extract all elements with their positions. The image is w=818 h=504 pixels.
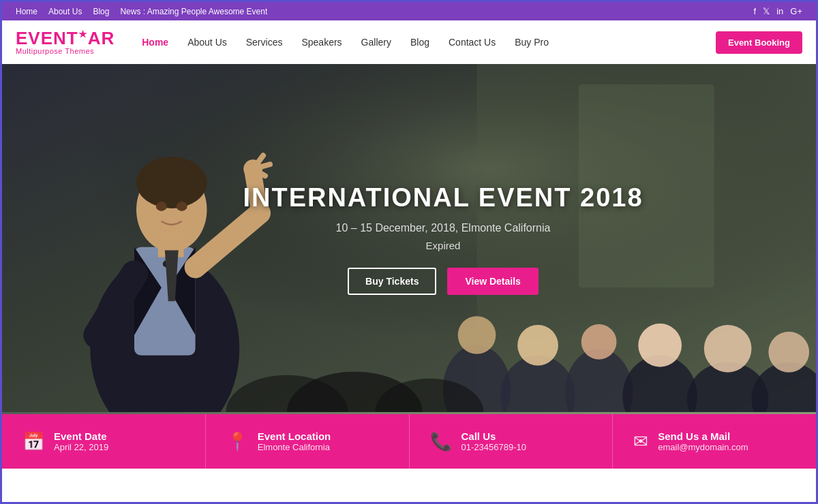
logo-event-text: EVENT: [16, 28, 78, 48]
nav-contact[interactable]: Contact Us: [449, 37, 496, 48]
googleplus-icon[interactable]: G+: [790, 6, 802, 16]
location-icon: 📍: [226, 431, 248, 452]
call-us-label: Call Us: [461, 430, 526, 442]
event-location-value: Elmonte California: [258, 442, 331, 452]
linkedin-icon[interactable]: in: [776, 6, 783, 16]
svg-point-6: [458, 316, 496, 354]
hero-section: INTERNATIONAL EVENT 2018 10 – 15 Decembe…: [2, 64, 816, 414]
hero-buttons: Buy Tickets View Details: [243, 268, 643, 295]
calendar-icon: 📅: [22, 431, 44, 452]
nav-blog[interactable]: Blog: [410, 37, 429, 48]
nav-buy-pro[interactable]: Buy Pro: [515, 37, 549, 48]
event-booking-button[interactable]: Event Booking: [716, 31, 802, 54]
send-mail-value: email@mydomain.com: [658, 442, 748, 452]
hero-title: INTERNATIONAL EVENT 2018: [243, 183, 643, 212]
svg-point-12: [638, 324, 682, 367]
svg-point-14: [704, 325, 752, 373]
info-event-date: 📅 Event Date April 22, 2019: [2, 414, 206, 469]
svg-point-16: [768, 332, 809, 373]
topbar-link-home[interactable]: Home: [16, 7, 37, 16]
send-mail-block: Send Us a Mail email@mydomain.com: [658, 430, 748, 452]
topbar-link-blog[interactable]: Blog: [93, 7, 109, 16]
call-us-block: Call Us 01-23456789-10: [461, 430, 526, 452]
svg-point-34: [177, 202, 187, 211]
nav-about[interactable]: About Us: [187, 37, 227, 48]
hero-date-text: 10 – 15 December, 2018, Elmonte Californ…: [243, 222, 643, 234]
call-us-value: 01-23456789-10: [461, 442, 526, 452]
info-bar: 📅 Event Date April 22, 2019 📍 Event Loca…: [2, 414, 816, 469]
logo-brand: EVENT★AR: [16, 29, 115, 47]
view-details-button[interactable]: View Details: [447, 268, 538, 295]
svg-point-22: [136, 157, 207, 208]
svg-point-8: [517, 325, 558, 366]
nav-links: Home About Us Services Speakers Gallery …: [142, 31, 802, 54]
top-bar-links: Home About Us Blog News : Amazing People…: [16, 7, 267, 16]
logo-suffix: AR: [88, 28, 115, 48]
event-location-block: Event Location Elmonte California: [258, 430, 331, 452]
event-location-label: Event Location: [258, 430, 331, 442]
info-event-location: 📍 Event Location Elmonte California: [206, 414, 410, 469]
logo-star-icon: ★: [78, 29, 88, 40]
mail-icon: ✉: [633, 431, 648, 452]
topbar-news: News : Amazing People Awesome Event: [120, 7, 267, 16]
social-links: f 𝕏 in G+: [754, 6, 802, 16]
main-nav: EVENT★AR Multipurpose Themes Home About …: [2, 20, 816, 64]
nav-home[interactable]: Home: [142, 37, 168, 48]
topbar-link-about[interactable]: About Us: [48, 7, 82, 16]
logo-sub: Multipurpose Themes: [16, 47, 115, 55]
top-bar: Home About Us Blog News : Amazing People…: [2, 2, 816, 20]
nav-gallery[interactable]: Gallery: [361, 37, 391, 48]
buy-tickets-button[interactable]: Buy Tickets: [348, 268, 436, 295]
hero-content: INTERNATIONAL EVENT 2018 10 – 15 Decembe…: [243, 183, 643, 295]
info-call-us: 📞 Call Us 01-23456789-10: [410, 414, 614, 469]
phone-icon: 📞: [430, 431, 452, 452]
event-date-block: Event Date April 22, 2019: [54, 430, 108, 452]
event-date-value: April 22, 2019: [54, 442, 108, 452]
facebook-icon[interactable]: f: [754, 6, 757, 16]
hero-status: Expired: [243, 240, 643, 251]
logo[interactable]: EVENT★AR Multipurpose Themes: [16, 29, 115, 55]
info-send-mail: ✉ Send Us a Mail email@mydomain.com: [613, 414, 816, 469]
nav-speakers[interactable]: Speakers: [301, 37, 342, 48]
send-mail-label: Send Us a Mail: [658, 430, 748, 442]
nav-services[interactable]: Services: [246, 37, 283, 48]
event-date-label: Event Date: [54, 430, 108, 442]
svg-point-33: [156, 202, 167, 211]
svg-point-10: [581, 324, 617, 360]
twitter-icon[interactable]: 𝕏: [763, 6, 770, 16]
